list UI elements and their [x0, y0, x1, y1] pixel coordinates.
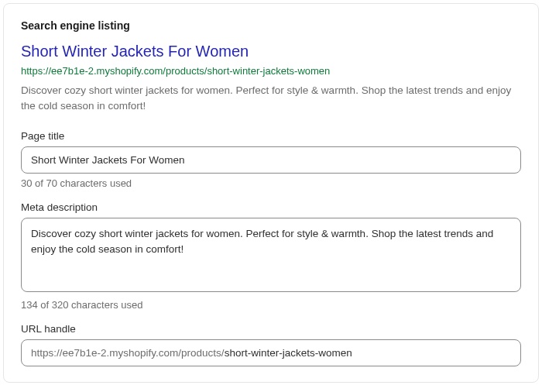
preview-description: Discover cozy short winter jackets for w…: [21, 83, 521, 115]
search-engine-listing-card: Search engine listing Short Winter Jacke…: [3, 3, 539, 383]
section-title: Search engine listing: [21, 19, 521, 32]
url-handle-label: URL handle: [21, 323, 521, 335]
meta-description-counter: 134 of 320 characters used: [21, 299, 521, 311]
meta-description-input[interactable]: [21, 218, 521, 292]
url-handle-field[interactable]: https://ee7b1e-2.myshopify.com/products/: [21, 339, 521, 366]
preview-url: https://ee7b1e-2.myshopify.com/products/…: [21, 64, 521, 78]
meta-description-label: Meta description: [21, 201, 521, 213]
page-title-counter: 30 of 70 characters used: [21, 177, 521, 189]
page-title-label: Page title: [21, 130, 521, 142]
url-handle-prefix: https://ee7b1e-2.myshopify.com/products/: [31, 347, 225, 359]
url-handle-input[interactable]: [225, 347, 511, 359]
preview-title: Short Winter Jackets For Women: [21, 41, 521, 61]
page-title-input[interactable]: [21, 146, 521, 174]
